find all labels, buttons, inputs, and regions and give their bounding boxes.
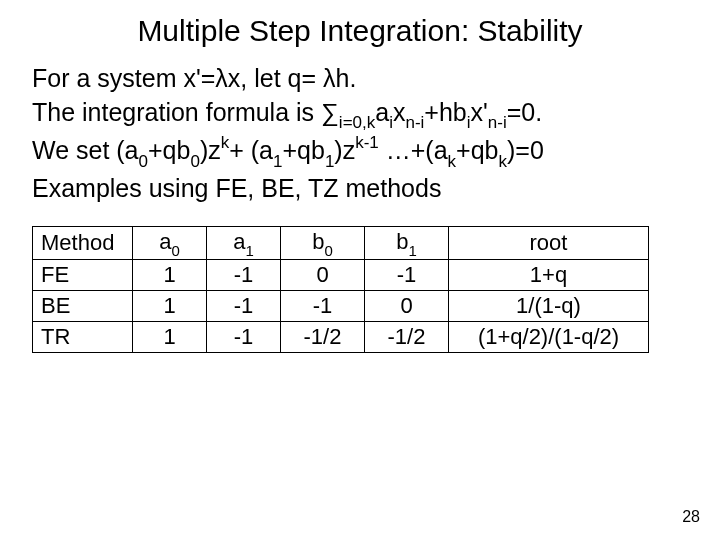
slide: Multiple Step Integration: Stability For… <box>0 0 720 540</box>
cell-b1: -1 <box>365 260 449 291</box>
table-row: FE 1 -1 0 -1 1+q <box>33 260 649 291</box>
l3-mid3: +qb <box>282 136 324 164</box>
table-row: BE 1 -1 -1 0 1/(1-q) <box>33 291 649 322</box>
l3-mid2: )z <box>200 136 221 164</box>
l3-tail: )=0 <box>507 136 544 164</box>
term-x1: x <box>393 98 406 126</box>
cell-method: FE <box>33 260 133 291</box>
cell-method: BE <box>33 291 133 322</box>
cell-root: 1+q <box>449 260 649 291</box>
term-x2-sub: n-i <box>488 113 507 132</box>
term-x2: x' <box>471 98 488 126</box>
l3-mid6: +qb <box>456 136 498 164</box>
sum-subscript: i=0,k <box>339 113 375 132</box>
cell-a1: -1 <box>207 291 281 322</box>
page-number: 28 <box>682 508 700 526</box>
l3-k: k <box>221 133 230 152</box>
cell-root: 1/(1-q) <box>449 291 649 322</box>
header-a0: a0 <box>133 226 207 259</box>
line2-pre: The integration formula is <box>32 98 321 126</box>
coefficient-table-wrap: Method a0 a1 b0 b1 root FE 1 -1 0 -1 1+q… <box>32 226 692 353</box>
header-a1-pre: a <box>233 229 245 254</box>
l3-aksub: k <box>448 152 457 171</box>
header-root: root <box>449 226 649 259</box>
cell-a0: 1 <box>133 291 207 322</box>
header-method: Method <box>33 226 133 259</box>
line2-tail: =0. <box>507 98 542 126</box>
line-3: We set (a0+qb0)zk+ (a1+qb1)zk-1 …+(ak+qb… <box>32 134 692 172</box>
cell-a0: 1 <box>133 260 207 291</box>
header-b0-sub: 0 <box>324 242 332 259</box>
cell-b0: -1/2 <box>281 322 365 353</box>
l3-b1sub: 1 <box>325 152 334 171</box>
cell-b0: 0 <box>281 260 365 291</box>
cell-a0: 1 <box>133 322 207 353</box>
header-a0-pre: a <box>159 229 171 254</box>
cell-a1: -1 <box>207 322 281 353</box>
l3-b0sub: 0 <box>190 152 199 171</box>
header-b1-pre: b <box>396 229 408 254</box>
line-4: Examples using FE, BE, TZ methods <box>32 172 692 206</box>
body-text: For a system x'=λx, let q= λh. The integ… <box>32 62 692 206</box>
header-b1-sub: 1 <box>408 242 416 259</box>
term-a-sub: i <box>389 113 393 132</box>
l3-mid1: +qb <box>148 136 190 164</box>
l3-mid4: )z <box>334 136 355 164</box>
cell-a1: -1 <box>207 260 281 291</box>
header-a0-sub: 0 <box>171 242 179 259</box>
l3-bksub: k <box>499 152 508 171</box>
cell-b1: -1/2 <box>365 322 449 353</box>
header-b0-pre: b <box>312 229 324 254</box>
l3-a1sub: 1 <box>273 152 282 171</box>
l3-k1: k-1 <box>355 133 379 152</box>
term-x1-sub: n-i <box>405 113 424 132</box>
cell-method: TR <box>33 322 133 353</box>
cell-b0: -1 <box>281 291 365 322</box>
coefficient-table: Method a0 a1 b0 b1 root FE 1 -1 0 -1 1+q… <box>32 226 649 353</box>
table-header-row: Method a0 a1 b0 b1 root <box>33 226 649 259</box>
table-row: TR 1 -1 -1/2 -1/2 (1+q/2)/(1-q/2) <box>33 322 649 353</box>
header-a1-sub: 1 <box>245 242 253 259</box>
term-a: a <box>375 98 389 126</box>
line-2: The integration formula is ∑i=0,kaixn-i+… <box>32 96 692 134</box>
l3-pre: We set (a <box>32 136 139 164</box>
term-plus-hb: +hb <box>424 98 466 126</box>
sum-symbol: ∑ <box>321 98 339 126</box>
line-1: For a system x'=λx, let q= λh. <box>32 62 692 96</box>
header-b0: b0 <box>281 226 365 259</box>
term-b-sub: i <box>467 113 471 132</box>
l3-a0sub: 0 <box>139 152 148 171</box>
slide-title: Multiple Step Integration: Stability <box>28 14 692 48</box>
l3-plus: + (a <box>229 136 273 164</box>
header-a1: a1 <box>207 226 281 259</box>
l3-mid5: …+(a <box>379 136 448 164</box>
cell-b1: 0 <box>365 291 449 322</box>
header-b1: b1 <box>365 226 449 259</box>
cell-root: (1+q/2)/(1-q/2) <box>449 322 649 353</box>
